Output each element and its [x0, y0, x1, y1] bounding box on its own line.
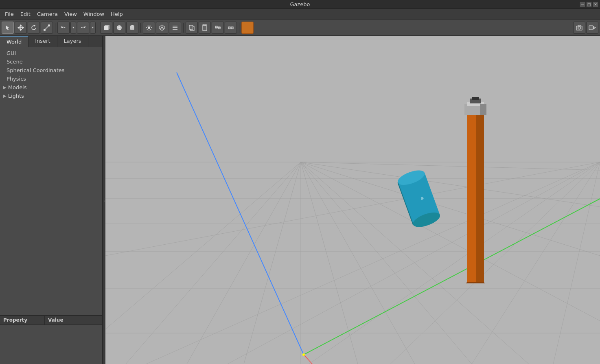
menu-item-help[interactable]: Help — [107, 10, 126, 18]
menu-item-edit[interactable]: Edit — [17, 10, 34, 18]
svg-marker-2 — [20, 25, 22, 26]
svg-point-12 — [117, 25, 122, 30]
svg-point-17 — [130, 29, 134, 30]
minimize-button[interactable]: — — [580, 2, 585, 7]
undo-dropdown-button[interactable]: ▾ — [70, 22, 76, 34]
menu-item-window[interactable]: Window — [80, 10, 107, 18]
tree-item-models[interactable]: ▶ Models — [0, 83, 102, 92]
tab-bar: World Insert Layers — [0, 36, 102, 47]
tab-insert[interactable]: Insert — [28, 36, 57, 47]
svg-rect-41 — [228, 27, 230, 29]
svg-line-26 — [147, 29, 148, 30]
undo-button[interactable] — [57, 22, 70, 34]
viewport-scene: ⊡ — [105, 36, 600, 364]
titlebar: Gazebo — □ ✕ — [0, 0, 600, 9]
tab-layers[interactable]: Layers — [57, 36, 88, 47]
tab-world[interactable]: World — [0, 36, 28, 47]
svg-rect-87 — [476, 113, 484, 282]
lights-expand-arrow: ▶ — [3, 94, 7, 98]
svg-rect-46 — [578, 25, 580, 26]
toolbar-separator-1 — [55, 23, 55, 33]
tree-item-gui[interactable]: GUI — [0, 49, 102, 57]
svg-point-80 — [302, 353, 305, 356]
wireframe-button[interactable] — [156, 22, 168, 34]
select-tool-button[interactable] — [2, 22, 14, 34]
toolbar-separator-4 — [183, 23, 184, 33]
models-expand-arrow: ▶ — [3, 85, 7, 90]
svg-rect-35 — [189, 25, 193, 29]
svg-rect-43 — [245, 25, 250, 30]
svg-point-18 — [148, 26, 150, 29]
close-button[interactable]: ✕ — [593, 2, 598, 7]
snap-button[interactable] — [225, 22, 237, 34]
window-controls: — □ ✕ — [580, 2, 598, 7]
svg-rect-9 — [104, 26, 108, 30]
lines-button[interactable] — [169, 22, 181, 34]
world-tree: GUI Scene Spherical Coordinates Physics … — [0, 47, 102, 315]
tree-item-spherical-coords[interactable]: Spherical Coordinates — [0, 66, 102, 75]
record-button[interactable] — [586, 22, 598, 34]
toolbar-separator-5 — [239, 23, 239, 33]
svg-line-25 — [151, 26, 151, 26]
box-button[interactable] — [100, 22, 112, 34]
tree-item-physics[interactable]: Physics — [0, 75, 102, 83]
property-col-header: Property — [0, 316, 45, 325]
svg-line-24 — [151, 29, 151, 30]
svg-rect-7 — [44, 29, 45, 31]
svg-rect-49 — [105, 36, 600, 364]
svg-rect-93 — [480, 104, 486, 115]
toolbar: ▾ ▾ — [0, 20, 600, 36]
sunlight-button[interactable] — [143, 22, 155, 34]
tree-item-scene[interactable]: Scene — [0, 57, 102, 66]
copy-button[interactable] — [186, 22, 198, 34]
svg-line-23 — [147, 26, 148, 26]
svg-marker-48 — [593, 26, 596, 29]
cylinder-button[interactable] — [126, 22, 138, 34]
left-panel: World Insert Layers GUI Scene Spherical … — [0, 36, 103, 364]
svg-rect-92 — [472, 97, 479, 100]
rotate-tool-button[interactable] — [28, 22, 40, 34]
svg-rect-42 — [231, 27, 233, 29]
app-title: Gazebo — [290, 1, 310, 7]
screenshot-button[interactable] — [573, 22, 585, 34]
align-button[interactable] — [212, 22, 224, 34]
svg-marker-4 — [18, 27, 19, 29]
maximize-button[interactable]: □ — [586, 2, 592, 7]
paste-button[interactable] — [199, 22, 211, 34]
scale-tool-button[interactable] — [41, 22, 53, 34]
svg-rect-37 — [204, 24, 206, 26]
toolbar-separator-2 — [98, 23, 98, 33]
svg-marker-5 — [22, 27, 24, 29]
svg-marker-88 — [466, 282, 485, 283]
value-col-header: Value — [45, 316, 67, 325]
tree-item-lights[interactable]: ▶ Lights — [0, 92, 102, 100]
svg-rect-47 — [589, 26, 593, 30]
menubar: FileEditCameraViewWindowHelp — [0, 9, 600, 20]
3d-viewport[interactable]: ⊡ — [105, 36, 600, 364]
sphere-button[interactable] — [113, 22, 125, 34]
toolbar-separator-3 — [140, 23, 141, 33]
orange-tool-button[interactable] — [241, 22, 254, 34]
property-header: Property Value — [0, 316, 102, 325]
svg-marker-3 — [20, 29, 22, 31]
main-layout: World Insert Layers GUI Scene Spherical … — [0, 36, 600, 364]
redo-button[interactable] — [77, 22, 89, 34]
translate-tool-button[interactable] — [15, 22, 27, 34]
redo-dropdown-button[interactable]: ▾ — [90, 22, 96, 34]
property-panel: Property Value — [0, 315, 102, 364]
menu-item-view[interactable]: View — [61, 10, 80, 18]
menu-item-camera[interactable]: Camera — [34, 10, 61, 18]
svg-rect-8 — [48, 25, 50, 26]
menu-item-file[interactable]: File — [2, 10, 17, 18]
